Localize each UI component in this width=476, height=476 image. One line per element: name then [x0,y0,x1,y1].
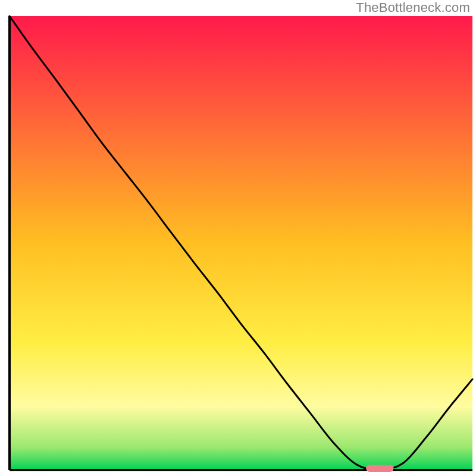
bottleneck-curve [10,16,472,470]
sweet-spot-marker [366,465,394,472]
axes-frame [0,0,476,476]
